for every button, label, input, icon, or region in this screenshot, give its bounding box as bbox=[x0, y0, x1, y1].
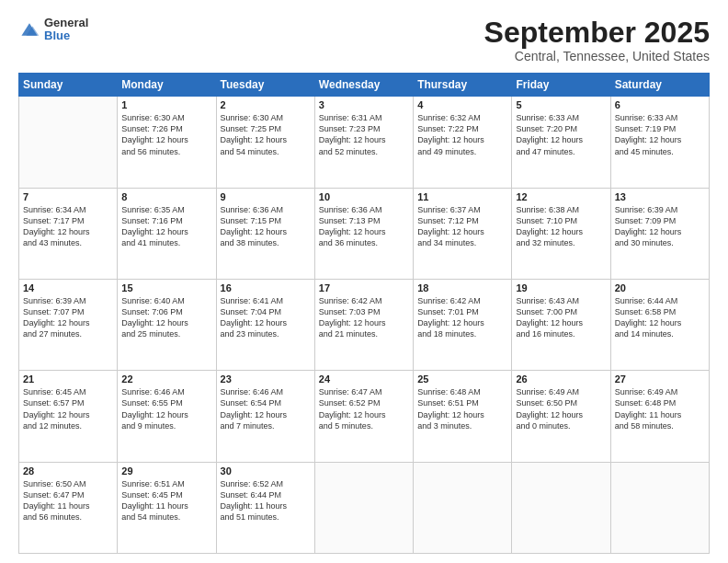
logo-blue: Blue bbox=[44, 29, 88, 42]
calendar-cell: 26Sunrise: 6:49 AMSunset: 6:50 PMDayligh… bbox=[512, 371, 610, 462]
week-row-5: 28Sunrise: 6:50 AMSunset: 6:47 PMDayligh… bbox=[19, 462, 710, 553]
week-row-4: 21Sunrise: 6:45 AMSunset: 6:57 PMDayligh… bbox=[19, 371, 710, 462]
calendar-cell: 16Sunrise: 6:41 AMSunset: 7:04 PMDayligh… bbox=[216, 279, 314, 370]
day-info: Sunrise: 6:39 AMSunset: 7:07 PMDaylight:… bbox=[23, 295, 113, 340]
day-number: 8 bbox=[121, 191, 211, 202]
calendar-cell: 9Sunrise: 6:36 AMSunset: 7:15 PMDaylight… bbox=[216, 188, 314, 279]
day-number: 30 bbox=[221, 465, 311, 477]
calendar-cell: 15Sunrise: 6:40 AMSunset: 7:06 PMDayligh… bbox=[118, 279, 216, 370]
calendar-subtitle: Central, Tennessee, United States bbox=[484, 49, 710, 63]
day-number: 17 bbox=[319, 282, 409, 293]
day-info: Sunrise: 6:33 AMSunset: 7:19 PMDaylight:… bbox=[615, 112, 705, 157]
calendar-cell: 19Sunrise: 6:43 AMSunset: 7:00 PMDayligh… bbox=[512, 279, 610, 370]
day-info: Sunrise: 6:39 AMSunset: 7:09 PMDaylight:… bbox=[615, 204, 705, 249]
day-info: Sunrise: 6:32 AMSunset: 7:22 PMDaylight:… bbox=[417, 112, 507, 157]
day-number: 21 bbox=[23, 373, 113, 385]
calendar-cell: 25Sunrise: 6:48 AMSunset: 6:51 PMDayligh… bbox=[414, 371, 512, 462]
calendar-cell: 3Sunrise: 6:31 AMSunset: 7:23 PMDaylight… bbox=[314, 97, 413, 188]
calendar-cell: 23Sunrise: 6:46 AMSunset: 6:54 PMDayligh… bbox=[216, 371, 314, 462]
header-thursday: Thursday bbox=[414, 74, 512, 97]
calendar-cell: 21Sunrise: 6:45 AMSunset: 6:57 PMDayligh… bbox=[19, 371, 118, 462]
day-info: Sunrise: 6:33 AMSunset: 7:20 PMDaylight:… bbox=[516, 112, 606, 157]
header-saturday: Saturday bbox=[610, 74, 709, 97]
day-info: Sunrise: 6:44 AMSunset: 6:58 PMDaylight:… bbox=[615, 295, 705, 340]
calendar-cell: 30Sunrise: 6:52 AMSunset: 6:44 PMDayligh… bbox=[216, 462, 314, 553]
week-row-1: 1Sunrise: 6:30 AMSunset: 7:26 PMDaylight… bbox=[19, 97, 710, 188]
day-info: Sunrise: 6:49 AMSunset: 6:48 PMDaylight:… bbox=[615, 386, 705, 431]
day-info: Sunrise: 6:50 AMSunset: 6:47 PMDaylight:… bbox=[23, 478, 113, 523]
day-info: Sunrise: 6:43 AMSunset: 7:00 PMDaylight:… bbox=[516, 295, 606, 340]
day-info: Sunrise: 6:49 AMSunset: 6:50 PMDaylight:… bbox=[516, 386, 606, 431]
calendar-cell: 20Sunrise: 6:44 AMSunset: 6:58 PMDayligh… bbox=[610, 279, 709, 370]
weekday-header-row: Sunday Monday Tuesday Wednesday Thursday… bbox=[19, 74, 710, 97]
calendar-cell bbox=[610, 462, 709, 553]
header-friday: Friday bbox=[512, 74, 610, 97]
day-info: Sunrise: 6:30 AMSunset: 7:25 PMDaylight:… bbox=[221, 112, 311, 157]
logo-general: General bbox=[44, 17, 88, 29]
day-info: Sunrise: 6:40 AMSunset: 7:06 PMDaylight:… bbox=[121, 295, 211, 340]
calendar-cell: 27Sunrise: 6:49 AMSunset: 6:48 PMDayligh… bbox=[610, 371, 709, 462]
day-number: 2 bbox=[221, 99, 311, 110]
day-info: Sunrise: 6:47 AMSunset: 6:52 PMDaylight:… bbox=[319, 386, 409, 431]
calendar-cell: 2Sunrise: 6:30 AMSunset: 7:25 PMDaylight… bbox=[216, 97, 314, 188]
week-row-3: 14Sunrise: 6:39 AMSunset: 7:07 PMDayligh… bbox=[19, 279, 710, 370]
calendar-title: September 2025 bbox=[484, 17, 710, 49]
day-number: 1 bbox=[121, 99, 211, 110]
day-info: Sunrise: 6:38 AMSunset: 7:10 PMDaylight:… bbox=[516, 204, 606, 249]
day-info: Sunrise: 6:42 AMSunset: 7:03 PMDaylight:… bbox=[319, 295, 409, 340]
logo: General Blue bbox=[18, 17, 88, 43]
day-number: 9 bbox=[221, 191, 311, 202]
day-number: 3 bbox=[319, 99, 409, 110]
calendar-cell bbox=[414, 462, 512, 553]
calendar-cell: 5Sunrise: 6:33 AMSunset: 7:20 PMDaylight… bbox=[512, 97, 610, 188]
logo-icon bbox=[18, 18, 40, 40]
calendar-cell: 28Sunrise: 6:50 AMSunset: 6:47 PMDayligh… bbox=[19, 462, 118, 553]
calendar-cell: 24Sunrise: 6:47 AMSunset: 6:52 PMDayligh… bbox=[314, 371, 413, 462]
calendar-cell: 7Sunrise: 6:34 AMSunset: 7:17 PMDaylight… bbox=[19, 188, 118, 279]
day-info: Sunrise: 6:35 AMSunset: 7:16 PMDaylight:… bbox=[121, 204, 211, 249]
header-monday: Monday bbox=[118, 74, 216, 97]
header-tuesday: Tuesday bbox=[216, 74, 314, 97]
day-info: Sunrise: 6:52 AMSunset: 6:44 PMDaylight:… bbox=[221, 478, 311, 523]
day-number: 27 bbox=[615, 373, 705, 385]
calendar-cell: 13Sunrise: 6:39 AMSunset: 7:09 PMDayligh… bbox=[610, 188, 709, 279]
day-number: 13 bbox=[615, 191, 705, 202]
day-info: Sunrise: 6:45 AMSunset: 6:57 PMDaylight:… bbox=[23, 386, 113, 431]
day-number: 15 bbox=[121, 282, 211, 293]
day-info: Sunrise: 6:42 AMSunset: 7:01 PMDaylight:… bbox=[417, 295, 507, 340]
logo-text: General Blue bbox=[44, 17, 88, 43]
calendar-cell: 17Sunrise: 6:42 AMSunset: 7:03 PMDayligh… bbox=[314, 279, 413, 370]
day-number: 28 bbox=[23, 465, 113, 477]
header-wednesday: Wednesday bbox=[314, 74, 413, 97]
day-info: Sunrise: 6:51 AMSunset: 6:45 PMDaylight:… bbox=[121, 478, 211, 523]
day-number: 19 bbox=[516, 282, 606, 293]
day-number: 18 bbox=[417, 282, 507, 293]
calendar-cell: 18Sunrise: 6:42 AMSunset: 7:01 PMDayligh… bbox=[414, 279, 512, 370]
day-number: 22 bbox=[121, 373, 211, 385]
calendar-cell bbox=[512, 462, 610, 553]
day-number: 23 bbox=[221, 373, 311, 385]
week-row-2: 7Sunrise: 6:34 AMSunset: 7:17 PMDaylight… bbox=[19, 188, 710, 279]
day-info: Sunrise: 6:41 AMSunset: 7:04 PMDaylight:… bbox=[221, 295, 311, 340]
day-number: 4 bbox=[417, 99, 507, 110]
day-info: Sunrise: 6:36 AMSunset: 7:15 PMDaylight:… bbox=[221, 204, 311, 249]
day-number: 10 bbox=[319, 191, 409, 202]
calendar-table: Sunday Monday Tuesday Wednesday Thursday… bbox=[18, 73, 710, 554]
day-number: 24 bbox=[319, 373, 409, 385]
day-info: Sunrise: 6:46 AMSunset: 6:55 PMDaylight:… bbox=[121, 386, 211, 431]
calendar-cell: 11Sunrise: 6:37 AMSunset: 7:12 PMDayligh… bbox=[414, 188, 512, 279]
day-info: Sunrise: 6:36 AMSunset: 7:13 PMDaylight:… bbox=[319, 204, 409, 249]
calendar-cell: 14Sunrise: 6:39 AMSunset: 7:07 PMDayligh… bbox=[19, 279, 118, 370]
day-info: Sunrise: 6:30 AMSunset: 7:26 PMDaylight:… bbox=[121, 112, 211, 157]
day-info: Sunrise: 6:34 AMSunset: 7:17 PMDaylight:… bbox=[23, 204, 113, 249]
day-number: 14 bbox=[23, 282, 113, 293]
day-number: 7 bbox=[23, 191, 113, 202]
calendar-cell: 8Sunrise: 6:35 AMSunset: 7:16 PMDaylight… bbox=[118, 188, 216, 279]
calendar-cell bbox=[314, 462, 413, 553]
calendar-cell bbox=[19, 97, 118, 188]
day-number: 16 bbox=[221, 282, 311, 293]
day-info: Sunrise: 6:46 AMSunset: 6:54 PMDaylight:… bbox=[221, 386, 311, 431]
day-number: 29 bbox=[121, 465, 211, 477]
header: General Blue September 2025 Central, Ten… bbox=[18, 17, 710, 63]
calendar-cell: 22Sunrise: 6:46 AMSunset: 6:55 PMDayligh… bbox=[118, 371, 216, 462]
